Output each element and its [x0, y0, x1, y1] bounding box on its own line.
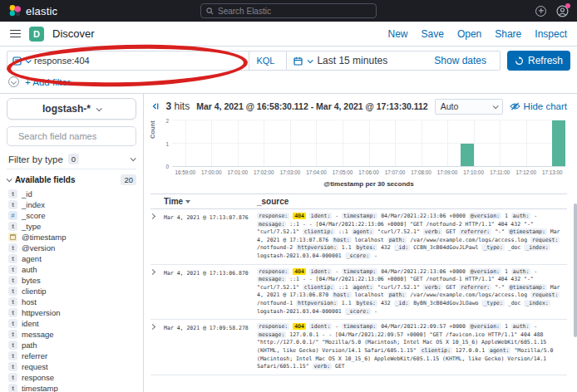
eye-slash-icon	[510, 102, 520, 110]
histogram-bar	[461, 144, 474, 167]
elastic-logo-icon	[8, 4, 22, 17]
field-type-icon: t	[8, 330, 17, 339]
elastic-logo[interactable]: elastic	[8, 4, 57, 17]
x-tick-label: 17:05:00	[333, 169, 353, 175]
global-search-box[interactable]	[200, 3, 377, 18]
sidebar-field-item[interactable]: t referrer	[7, 350, 136, 361]
expand-row-button[interactable]	[150, 323, 164, 371]
source-field-name: request:	[530, 237, 560, 243]
sidebar-field-item[interactable]: t bytes	[7, 275, 136, 286]
sidebar-field-item[interactable]: t _type	[7, 221, 136, 232]
expand-row-button[interactable]	[150, 268, 164, 316]
source-field-name: _score:	[345, 252, 371, 259]
time-range-value[interactable]: Last 15 minutes	[317, 55, 387, 66]
query-language-button[interactable]: KQL	[249, 51, 281, 70]
refresh-button[interactable]: Refresh	[507, 51, 570, 71]
calendar-icon[interactable]	[293, 56, 303, 66]
global-header: elastic	[0, 0, 577, 22]
sidebar-field-item[interactable]: t @version	[7, 243, 136, 253]
field-search-box[interactable]	[7, 126, 136, 146]
source-field-name: httpversion:	[296, 244, 338, 251]
chevron-down-icon	[131, 155, 136, 161]
table-row[interactable]: Mar 4, 2021 @ 17:09:58.278 response: 404…	[150, 320, 567, 375]
field-search-input[interactable]	[18, 131, 136, 141]
field-type-icon: t	[8, 265, 17, 274]
sidebar-field-item[interactable]: t ident	[7, 318, 136, 329]
histogram-chart[interactable]: Count 012 16:59:0017:00:0017:01:0017:02:…	[150, 119, 567, 192]
query-input[interactable]	[34, 56, 244, 66]
show-dates-link[interactable]: Show dates	[427, 55, 493, 66]
sidebar-field-item[interactable]: t host	[7, 296, 136, 307]
source-field-name: referrer:	[459, 284, 491, 291]
sidebar-field-item[interactable]: t _index	[7, 199, 136, 210]
sidebar-field-item[interactable]: t agent	[7, 253, 136, 264]
x-axis-label: @timestamp per 30 seconds	[172, 180, 565, 188]
chevron-down-icon	[7, 176, 12, 182]
source-field-name: response:	[257, 268, 289, 275]
table-row[interactable]: Mar 4, 2021 @ 17:13:07.876 response: 404…	[150, 209, 567, 265]
available-fields-header[interactable]: Available fields 20	[7, 173, 136, 186]
sidebar-field-item[interactable]: t _id	[7, 189, 136, 199]
saved-query-icon[interactable]	[8, 76, 19, 87]
sidebar-field-item[interactable]: t auth	[7, 264, 136, 275]
menu-icon[interactable]	[10, 30, 21, 38]
help-icon[interactable]	[535, 6, 546, 17]
save-button[interactable]: Save	[422, 28, 444, 40]
kibana-discover-page: elastic D Discover Ne	[0, 0, 577, 392]
chevron-down-icon[interactable]	[308, 57, 313, 63]
sidebar-field-item[interactable]: t timestamp	[7, 383, 136, 392]
share-button[interactable]: Share	[495, 28, 521, 40]
sidebar-field-item[interactable]: @timestamp	[7, 232, 136, 243]
hide-chart-label: Hide chart	[524, 101, 567, 111]
source-field-name: ident:	[309, 323, 332, 330]
sidebar-field-item[interactable]: t httpversion	[7, 307, 136, 318]
index-pattern-label: logstash-*	[42, 103, 91, 115]
sidebar-field-item[interactable]: t response	[7, 372, 136, 383]
index-pattern-select[interactable]: logstash-*	[7, 98, 136, 120]
sidebar-field-item[interactable]: t message	[7, 329, 136, 340]
field-name: @timestamp	[22, 233, 66, 242]
chevron-down-icon[interactable]	[26, 57, 32, 63]
expand-row-button[interactable]	[150, 213, 164, 261]
query-menu-icon[interactable]	[12, 56, 22, 66]
sidebar-field-item[interactable]: # _score	[7, 210, 136, 221]
source-field-value: 1	[505, 213, 508, 219]
open-button[interactable]: Open	[457, 28, 481, 40]
time-column-header[interactable]: Time	[164, 197, 257, 206]
source-field-value: logstash-2021.03.04-000001	[257, 308, 342, 315]
source-field-value: GET	[446, 284, 456, 291]
source-field-name: message:	[257, 221, 286, 228]
highlighted-value: 404	[293, 323, 306, 330]
field-type-icon: t	[8, 200, 17, 209]
user-avatar[interactable]	[556, 5, 569, 17]
hide-chart-button[interactable]: Hide chart	[510, 101, 567, 111]
table-row[interactable]: Mar 4, 2021 @ 17:13:06.870 response: 404…	[150, 265, 567, 321]
source-field-value: 432	[381, 244, 391, 251]
chart-plot-area[interactable]: 012	[172, 120, 565, 167]
source-field-name: referrer:	[459, 228, 491, 235]
documents-table: Time _source Mar 4, 2021 @ 17:13:07.876 …	[150, 194, 567, 375]
scrollbar-thumb[interactable]	[574, 203, 577, 337]
sidebar-field-item[interactable]: t clientip	[7, 286, 136, 296]
filter-by-type[interactable]: Filter by type 0	[7, 153, 136, 169]
collapse-sidebar-icon[interactable]	[150, 101, 159, 111]
interval-select[interactable]: Auto	[435, 99, 503, 115]
source-field-name: bytes:	[355, 300, 377, 306]
source-field-name: @version:	[469, 323, 501, 330]
space-badge[interactable]: D	[29, 27, 44, 42]
row-time-cell: Mar 4, 2021 @ 17:13:07.876	[164, 213, 257, 261]
field-type-icon: t	[8, 308, 17, 317]
field-type-icon: t	[8, 319, 17, 328]
global-search-input[interactable]	[218, 7, 371, 16]
source-field-name: _index:	[524, 300, 550, 306]
chart-gridline	[369, 120, 370, 166]
field-type-icon: t	[8, 297, 17, 306]
chart-gridline	[526, 120, 527, 166]
new-button[interactable]: New	[388, 28, 408, 40]
sidebar-field-item[interactable]: t path	[7, 340, 136, 350]
field-name: response	[22, 373, 54, 382]
add-filter-button[interactable]: + Add filter	[25, 77, 71, 87]
sidebar-field-item[interactable]: t request	[7, 361, 136, 372]
chart-gridline	[290, 120, 291, 166]
inspect-button[interactable]: Inspect	[535, 28, 567, 40]
